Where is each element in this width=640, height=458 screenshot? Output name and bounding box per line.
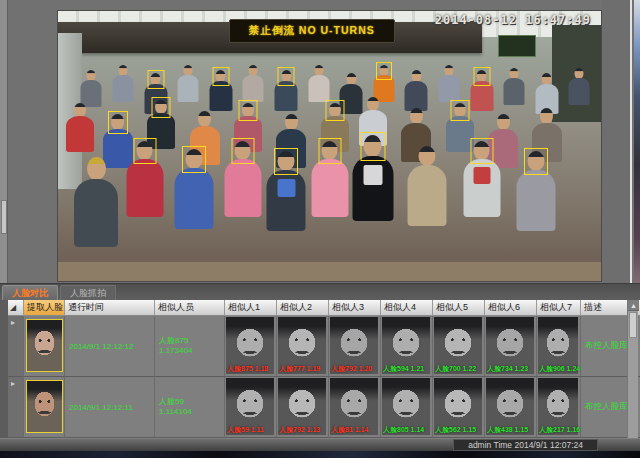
person-body <box>308 75 329 102</box>
table-row[interactable]: ▸2014/9/1 12:12:11人脸591.114104人脸59 1.11人… <box>8 377 640 438</box>
person-figure <box>178 65 199 102</box>
person-body <box>74 179 118 247</box>
person-figure <box>504 68 525 105</box>
row-selector[interactable]: ▸ <box>8 316 24 377</box>
person-head <box>74 103 86 117</box>
face-detection-box <box>470 138 493 164</box>
crowd-layer <box>58 11 601 281</box>
column-header-9[interactable]: 相似人7 <box>537 300 581 316</box>
column-header-0[interactable]: 提取人脸 <box>24 300 65 316</box>
column-header-7[interactable]: 相似人5 <box>433 300 485 316</box>
person-body <box>463 159 500 217</box>
tab-face-capture[interactable]: 人脸抓拍 <box>60 285 116 300</box>
face-detection-box <box>274 148 298 175</box>
match-score-label: 人脸81 1.14 <box>331 425 368 435</box>
match-score-label: 人脸59 1.11 <box>227 425 264 435</box>
match-cell[interactable]: 人脸700 1.22 <box>433 316 485 377</box>
scroll-up-icon[interactable]: ▲ <box>628 300 639 311</box>
table-scrollbar[interactable]: ▲ <box>627 300 638 438</box>
left-scrollbar[interactable] <box>0 0 8 283</box>
match-cell[interactable]: 人脸81 1.14 <box>329 377 381 438</box>
column-header-1[interactable]: 通行时间 <box>65 300 155 316</box>
match-score-label: 人脸217 1.16 <box>539 425 580 435</box>
face-detection-box <box>182 146 206 173</box>
person-figure <box>66 103 94 152</box>
match-score-label: 人脸594 1.21 <box>383 364 424 374</box>
match-cell[interactable]: 人脸792 1.20 <box>329 316 381 377</box>
face-detection-box <box>473 67 490 86</box>
row-selector[interactable]: ▸ <box>8 377 24 438</box>
match-cell[interactable]: 人脸777 1.19 <box>277 316 329 377</box>
match-score-label: 人脸700 1.22 <box>435 364 476 374</box>
table-body: ▸2014/9/1 12:12:12人脸8751.173404人脸875 1.1… <box>8 316 640 438</box>
video-feed[interactable]: 禁止倒流 NO U-TURNS 2014-08-12 16:47:49 <box>57 10 602 282</box>
face-detection-box <box>152 97 171 118</box>
match-score-label: 人脸734 1.23 <box>487 364 528 374</box>
column-header-6[interactable]: 相似人4 <box>381 300 433 316</box>
person-figure <box>405 70 428 111</box>
person-head <box>410 108 423 124</box>
match-cell[interactable]: 人脸59 1.11 <box>225 377 277 438</box>
column-header-5[interactable]: 相似人3 <box>329 300 381 316</box>
match-cell[interactable]: 人脸562 1.15 <box>433 377 485 438</box>
header-row-selector[interactable]: ◢ <box>8 300 24 316</box>
match-cell[interactable]: 人脸594 1.21 <box>381 316 433 377</box>
person-head <box>285 114 298 130</box>
person-head <box>497 114 510 130</box>
match-cell[interactable]: 人脸792 1.13 <box>277 377 329 438</box>
face-detection-box <box>212 67 229 86</box>
column-header-4[interactable]: 相似人2 <box>277 300 329 316</box>
similar-person-cell: 人脸8751.173404 <box>155 316 225 377</box>
face-detection-box <box>231 138 254 164</box>
person-body <box>504 78 525 105</box>
face-detection-box <box>360 132 385 161</box>
left-scrollbar-handle[interactable] <box>1 200 7 234</box>
captured-face-cell[interactable] <box>24 316 65 377</box>
table-scrollbar-handle[interactable] <box>629 312 637 338</box>
person-body <box>224 159 261 217</box>
column-header-2[interactable]: 相似人员 <box>155 300 225 316</box>
match-cell[interactable]: 人脸734 1.23 <box>485 316 537 377</box>
status-text: admin Time 2014/9/1 12:07:24 <box>453 439 598 451</box>
match-cell[interactable]: 人脸875 1.18 <box>225 316 277 377</box>
person-head <box>198 111 211 127</box>
column-header-3[interactable]: 相似人1 <box>225 300 277 316</box>
table-row[interactable]: ▸2014/9/1 12:12:12人脸8751.173404人脸875 1.1… <box>8 316 640 377</box>
person-body <box>267 170 306 231</box>
person-body <box>113 75 134 102</box>
face-detection-box <box>318 138 341 164</box>
person-body <box>178 75 199 102</box>
person-body <box>405 81 428 111</box>
column-header-8[interactable]: 相似人6 <box>485 300 537 316</box>
person-head <box>419 146 436 166</box>
face-detection-box <box>450 100 469 121</box>
person-figure <box>74 157 118 247</box>
shirt-print <box>473 167 490 184</box>
tab-face-compare[interactable]: 人脸对比 <box>2 285 58 300</box>
match-cell[interactable]: 人脸217 1.16 <box>537 377 581 438</box>
results-table: ◢提取人脸通行时间相似人员相似人1相似人2相似人3相似人4相似人5相似人6相似人… <box>0 300 640 438</box>
background-window-sliver <box>634 0 640 283</box>
person-body <box>516 170 555 231</box>
captured-face-thumbnail[interactable] <box>26 380 63 433</box>
person-figure <box>308 65 329 102</box>
person-body <box>352 156 393 221</box>
person-figure <box>113 65 134 102</box>
face-detection-box <box>325 100 344 121</box>
video-panel: 禁止倒流 NO U-TURNS 2014-08-12 16:47:49 <box>0 0 640 283</box>
face-detection-box <box>524 148 548 175</box>
video-timestamp: 2014-08-12 16:47:49 <box>435 13 591 27</box>
face-detection-box <box>108 111 128 134</box>
person-body <box>174 168 213 229</box>
captured-face-cell[interactable] <box>24 377 65 438</box>
match-cell[interactable]: 人脸805 1.14 <box>381 377 433 438</box>
face-detection-box <box>147 70 164 89</box>
match-score-label: 人脸777 1.19 <box>279 364 320 374</box>
match-cell[interactable]: 人脸438 1.15 <box>485 377 537 438</box>
person-head <box>367 97 379 111</box>
person-body <box>569 78 590 105</box>
match-score-label: 人脸875 1.18 <box>227 364 268 374</box>
pass-time-cell: 2014/9/1 12:12:12 <box>65 316 155 377</box>
match-cell[interactable]: 人脸906 1.24 <box>537 316 581 377</box>
captured-face-thumbnail[interactable] <box>26 319 63 372</box>
